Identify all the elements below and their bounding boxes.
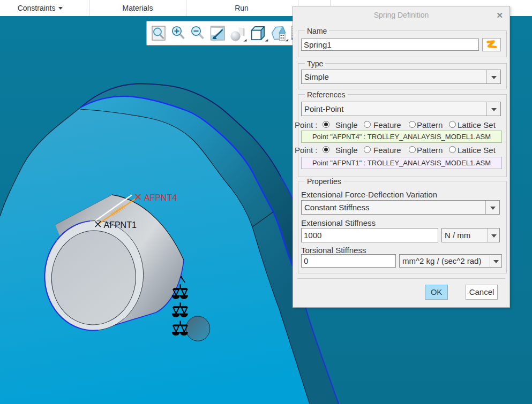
svg-text:AFPNT4: AFPNT4 bbox=[144, 193, 177, 202]
svg-text:AFPNT1: AFPNT1 bbox=[104, 220, 137, 230]
